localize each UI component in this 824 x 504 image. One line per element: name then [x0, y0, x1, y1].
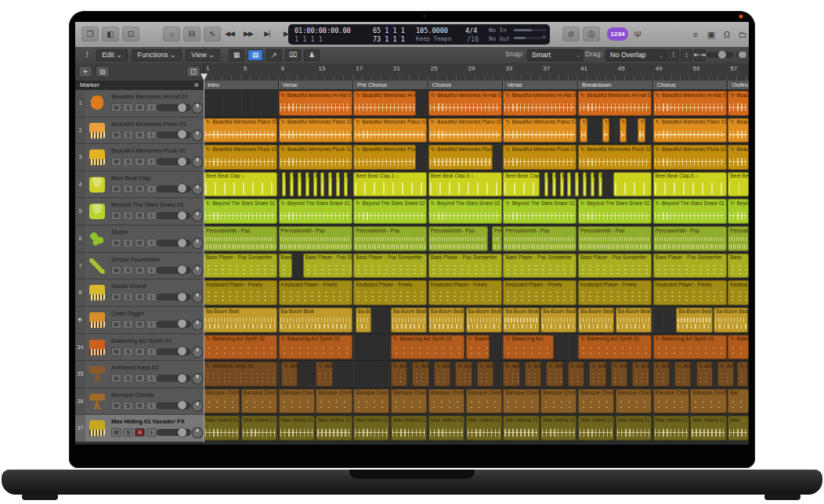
volume-slider[interactable] — [157, 131, 191, 139]
track-lane[interactable]: Percussionist - PopPercussionist - PopPe… — [204, 225, 749, 253]
lcd-position[interactable]: 1 1 1 1 — [295, 35, 323, 43]
menu-functions[interactable]: Functions ⌄ — [132, 49, 182, 61]
inspector-button[interactable]: ◧ — [102, 27, 119, 41]
mute-button[interactable]: M — [111, 347, 121, 356]
region[interactable]: ↻ Be — [602, 118, 609, 143]
solo-button[interactable]: S — [123, 103, 133, 112]
region[interactable]: ↻ Anthe — [525, 362, 541, 387]
pan-knob[interactable] — [193, 211, 202, 221]
hi-hat-icon[interactable] — [89, 95, 105, 111]
loop-browser-button[interactable]: Ω — [719, 27, 735, 41]
list-editors-button[interactable]: ≡ — [688, 27, 703, 41]
solo-button[interactable]: S — [123, 185, 133, 193]
region[interactable]: Keyboard Player - Freely — [204, 280, 277, 305]
region[interactable]: Ba-Boom Beat — [616, 308, 652, 333]
disclosure-triangle-icon[interactable]: ▸ — [78, 316, 81, 322]
region[interactable]: ↻ Beautiful Memories Pluck 02.3 — [578, 145, 652, 170]
region[interactable]: B — [290, 172, 294, 197]
region[interactable]: Baroque Chords — [391, 389, 427, 414]
track-name[interactable]: Max Hiding 01 Vocoder FX — [111, 418, 199, 425]
region[interactable]: B — [583, 172, 587, 197]
region[interactable]: Max Hiding 01 V — [690, 416, 726, 441]
region[interactable]: Keyboard Player - Freely — [653, 280, 727, 305]
mute-button[interactable]: M — [111, 239, 121, 247]
region[interactable]: ↻ Anthe — [412, 362, 428, 387]
region[interactable]: Percuss — [728, 226, 749, 251]
region[interactable]: Ba-Boo — [356, 308, 371, 333]
volume-slider[interactable] — [157, 158, 191, 165]
synth-icon[interactable] — [89, 340, 105, 355]
lcd-chevron-icon[interactable]: ⌄ — [542, 31, 546, 38]
record-enable-button[interactable]: R — [135, 347, 145, 356]
track-lane[interactable]: Max Hiding 01 VMax Hiding 01 VMax Hiding… — [204, 415, 749, 442]
piano-icon[interactable] — [89, 123, 105, 139]
region[interactable]: Baroque Chords — [690, 389, 726, 414]
region[interactable]: ↻ Beautiful Memories Hi-Hat 03.2 — [653, 91, 727, 116]
volume-slider[interactable] — [157, 293, 191, 301]
region[interactable]: ↻ Anthe — [589, 362, 605, 387]
pan-knob[interactable] — [193, 293, 202, 302]
region[interactable]: Baroque Chords — [316, 389, 352, 414]
volume-slider[interactable] — [157, 375, 191, 382]
volume-slider[interactable] — [157, 104, 191, 111]
track-lane[interactable]: ↻ Balancing Act Synth 02↻ Balancing Act … — [204, 334, 749, 362]
track-lane[interactable]: Keyboard Player - FreelyKeyboard Player … — [204, 279, 749, 307]
region[interactable]: Percussionist - Pop — [204, 226, 277, 251]
track-header[interactable]: 7Simple FoundationMSRI — [75, 253, 204, 280]
region[interactable]: Bass Player - Pop Songwriter — [353, 254, 427, 279]
track-lane[interactable]: Bass Player - Pop SongwriterBass PBass P… — [204, 253, 749, 280]
solo-button[interactable]: S — [123, 374, 133, 383]
region[interactable]: ↻ Anthe — [674, 362, 691, 387]
region[interactable]: Baroque Chords — [653, 389, 689, 414]
add-marker-icon[interactable]: ⊕ — [193, 81, 199, 88]
pan-knob[interactable] — [193, 157, 202, 167]
pan-knob[interactable] — [193, 374, 202, 383]
region[interactable]: ↻ Anthe — [391, 362, 407, 387]
vertical-auto-zoom-button[interactable]: ↕ — [681, 49, 692, 61]
region[interactable]: Baroque Chords — [353, 389, 389, 414]
region[interactable]: Bass Player - Pop Songwriter — [503, 254, 576, 279]
arrangement-marker[interactable]: Verse — [503, 81, 578, 89]
region[interactable]: B — [328, 172, 332, 197]
region[interactable]: ↻ Anthe — [632, 362, 649, 387]
region[interactable]: B — [575, 172, 579, 197]
region[interactable]: Beet Bea — [728, 172, 749, 197]
region[interactable]: B — [313, 172, 317, 197]
track-name[interactable]: Beet Beat Clap — [111, 175, 199, 182]
solo-button[interactable]: S — [123, 211, 133, 220]
region[interactable]: ↻ Be — [580, 118, 587, 143]
record-enable-button[interactable]: R — [135, 103, 145, 112]
region[interactable]: ↻ Beautiful Memories Hi-Hat 02 — [353, 91, 416, 116]
shaker-icon[interactable] — [89, 231, 105, 247]
count-in-badge[interactable]: 1234 — [607, 27, 628, 41]
record-enable-button[interactable]: R — [135, 401, 145, 410]
region[interactable]: ↻ Beautiful Memories Pluck 02 — [353, 145, 416, 170]
region[interactable]: ↻ Beautiful Memories Hi-Hat 02.1 — [428, 91, 502, 116]
track-lane[interactable]: Ba-Boom BeatBa-Boom BeatBa-BooBa-Boom Be… — [204, 307, 749, 334]
region[interactable]: Keyboa — [728, 280, 749, 305]
region[interactable]: Ba-Boom Beat — [428, 308, 464, 333]
master-mute-button[interactable]: ⊘ — [562, 27, 580, 41]
musician-button[interactable]: ♟ — [304, 49, 320, 61]
volume-slider[interactable] — [157, 185, 191, 193]
duplicate-track-button[interactable]: ⧉ — [96, 66, 110, 77]
region[interactable]: ↻ Beautiful Me — [728, 91, 749, 116]
volume-slider[interactable] — [157, 267, 191, 274]
region[interactable]: Percussionist - Pop — [653, 226, 727, 251]
region[interactable]: Beet Beat Clap.1 ⌂ — [353, 172, 427, 197]
input-monitor-button[interactable]: I — [146, 211, 157, 220]
region[interactable]: ↻ Anthe — [546, 362, 562, 387]
arrangement-marker[interactable]: Pre Chorus — [353, 81, 428, 89]
region[interactable]: Max Hiding 01 V — [578, 416, 614, 441]
input-monitor-button[interactable]: I — [146, 157, 157, 166]
library-button[interactable]: ❐ — [81, 27, 99, 41]
pan-knob[interactable] — [193, 266, 202, 275]
mute-button[interactable]: M — [111, 428, 121, 437]
track-lane[interactable]: ↻ Beautiful Memories Hi-Hat 03.1↻ Beauti… — [204, 90, 749, 117]
region[interactable]: ↻ Beyond The Stars Snare 01.2 — [653, 199, 727, 224]
track-name[interactable]: Beyond The Stars Snare 01 — [111, 201, 199, 208]
region[interactable]: Ba-Boom Beat — [540, 308, 576, 333]
mute-button[interactable]: M — [111, 320, 121, 329]
solo-off-button[interactable]: Ⓢ — [583, 27, 600, 41]
solo-button[interactable]: S — [123, 266, 133, 275]
